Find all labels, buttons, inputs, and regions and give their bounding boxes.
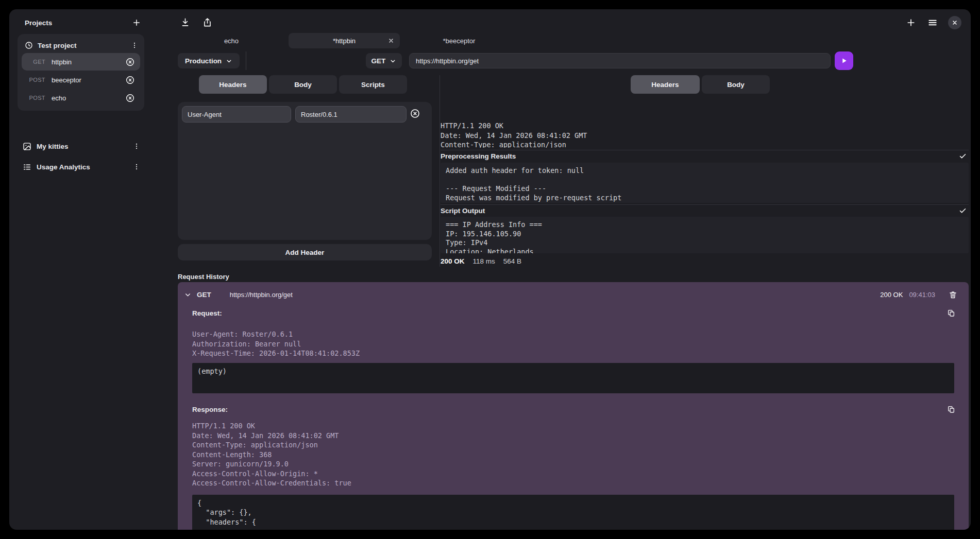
section-menu-button[interactable]: [132, 162, 141, 172]
request-name-label: beeceptor: [52, 76, 118, 84]
tab-httpbin[interactable]: *httpbin: [289, 33, 400, 48]
response-header-line: HTTP/1.1 200 OK: [192, 421, 351, 431]
request-method-label: POST: [24, 95, 45, 101]
new-tab-button[interactable]: [905, 16, 917, 29]
chevron-down-icon[interactable]: [184, 291, 192, 299]
check-icon: [959, 207, 969, 215]
chevron-down-icon: [226, 58, 232, 64]
sidebar-item-my-kitties[interactable]: My kitties: [18, 137, 144, 155]
import-button[interactable]: [179, 16, 191, 28]
method-dropdown[interactable]: GET: [366, 53, 402, 68]
request-tab-headers[interactable]: Headers: [199, 75, 267, 94]
response-tab-headers[interactable]: Headers: [631, 75, 700, 94]
request-name-label: echo: [52, 94, 118, 102]
sidebar: Projects Test project GET: [18, 15, 144, 176]
topbar-left: [179, 16, 213, 28]
copy-request-button[interactable]: [947, 309, 955, 317]
kebab-icon: [133, 142, 140, 150]
request-header-line: X-Request-Time: 2026-01-14T08:41:02.853Z: [192, 349, 360, 358]
section-menu-button[interactable]: [132, 141, 141, 151]
tab-label: Scripts: [361, 81, 385, 89]
history-entry-meta: 200 OK 09:41:03: [880, 290, 957, 299]
window-close-button[interactable]: [948, 16, 961, 29]
output-line: === IP Address Info ===: [446, 220, 964, 230]
send-request-button[interactable]: [835, 51, 853, 70]
response-tab-body[interactable]: Body: [702, 75, 770, 94]
remove-circle-icon: [125, 75, 135, 85]
sidebar-item-httpbin[interactable]: GET httpbin: [22, 53, 140, 71]
header-key-input[interactable]: [182, 106, 291, 123]
section-title: Preprocessing Results: [441, 152, 516, 160]
history-request-body: (empty): [192, 363, 954, 393]
copy-icon: [947, 309, 955, 317]
sidebar-item-beeceptor[interactable]: POST beeceptor: [22, 71, 140, 89]
tab-label: Body: [727, 81, 745, 89]
response-status-bar: 200 OK 118 ms 564 B: [441, 255, 521, 267]
preprocessing-results-header: Preprocessing Results: [441, 150, 969, 162]
sidebar-item-echo[interactable]: POST echo: [22, 89, 140, 107]
tab-beeceptor[interactable]: *beeceptor: [416, 33, 502, 48]
kebab-icon: [131, 41, 138, 49]
response-headers-view: HTTP/1.1 200 OK Date: Wed, 14 Jan 2026 0…: [441, 121, 969, 148]
response-header-line: Date: Wed, 14 Jan 2026 08:41:02 GMT: [192, 431, 351, 441]
remove-request-button[interactable]: [124, 74, 136, 86]
response-body-line: "headers": {: [197, 517, 949, 527]
app-menu-button[interactable]: [926, 16, 939, 29]
image-icon: [23, 142, 31, 151]
sidebar-section-label: Usage Analytics: [37, 163, 127, 171]
toolbar-divider: [246, 51, 246, 70]
add-project-button[interactable]: [131, 17, 142, 28]
tab-label: echo: [224, 37, 239, 45]
environment-label: Production: [185, 57, 222, 65]
header-value-input[interactable]: [295, 106, 407, 123]
remove-request-button[interactable]: [124, 56, 136, 68]
response-header-line: Access-Control-Allow-Credentials: true: [192, 478, 351, 488]
history-response-headers: HTTP/1.1 200 OK Date: Wed, 14 Jan 2026 0…: [192, 421, 351, 488]
environment-dropdown[interactable]: Production: [178, 53, 240, 68]
response-body-line: {: [197, 498, 949, 508]
remove-circle-icon: [125, 93, 135, 103]
tab-label: *httpbin: [333, 37, 356, 45]
tab-close-icon[interactable]: [388, 38, 394, 44]
share-icon: [202, 18, 212, 27]
history-entry: GET https://httpbin.org/get 200 OK 09:41…: [178, 282, 969, 530]
output-line: --- Request Modified ---: [446, 184, 964, 194]
topbar-right: [905, 16, 961, 29]
history-entry-header[interactable]: GET https://httpbin.org/get 200 OK 09:41…: [178, 284, 969, 305]
add-header-button[interactable]: Add Header: [178, 244, 432, 260]
sidebar-item-usage-analytics[interactable]: Usage Analytics: [18, 158, 144, 176]
project-menu-button[interactable]: [130, 40, 139, 50]
tab-echo[interactable]: echo: [198, 33, 265, 48]
remove-request-button[interactable]: [124, 92, 136, 104]
history-response-section: Response:: [192, 404, 955, 414]
remove-circle-icon: [410, 108, 420, 119]
output-line: Added auth header for token: null: [446, 166, 964, 176]
copy-icon: [947, 405, 955, 413]
request-tab-scripts[interactable]: Scripts: [339, 75, 407, 94]
menu-icon: [927, 18, 938, 28]
history-response-body: { "args": {}, "headers": {: [192, 495, 954, 530]
add-icon: [132, 18, 141, 27]
clock-icon: [25, 41, 33, 49]
headers-editor: [178, 102, 432, 240]
export-button[interactable]: [201, 16, 213, 28]
play-icon: [840, 57, 848, 65]
delete-history-button[interactable]: [949, 290, 957, 299]
history-status: 200 OK: [880, 291, 903, 299]
tab-label: Body: [294, 81, 312, 89]
request-tab-body[interactable]: Body: [269, 75, 337, 94]
add-icon: [906, 18, 916, 28]
response-body-line: "args": {},: [197, 508, 949, 517]
script-output-content: === IP Address Info === IP: 195.146.105.…: [441, 217, 969, 253]
status-duration: 118 ms: [473, 257, 495, 265]
chevron-down-icon: [390, 58, 396, 64]
remove-header-button[interactable]: [410, 108, 420, 119]
history-method: GET: [197, 291, 211, 299]
project-group-header[interactable]: Test project: [22, 38, 140, 53]
response-header-line: Access-Control-Allow-Origin: *: [192, 469, 351, 479]
preprocessing-results-output: Added auth header for token: null --- Re…: [441, 163, 969, 203]
tab-label: *beeceptor: [443, 37, 476, 45]
url-input[interactable]: [409, 53, 831, 68]
copy-response-button[interactable]: [947, 405, 955, 413]
history-request-section: Request:: [192, 308, 955, 318]
